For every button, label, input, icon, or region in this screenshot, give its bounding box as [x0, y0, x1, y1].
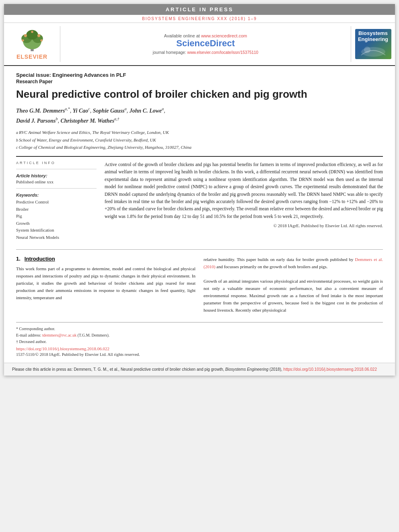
abstract-text: Active control of the growth of broiler …: [105, 161, 383, 220]
intro-left: 1. Introduction This work forms part of …: [16, 256, 195, 314]
email-note: E-mail address: tdemmers@rvc.ac.uk (T.G.…: [16, 332, 383, 339]
author-3: Sophie Gaussa,: [93, 108, 130, 114]
affiliation-a: a RVC Animal Welfare Science and Ethics,…: [16, 129, 383, 136]
section-title-text: Introduction: [25, 256, 55, 262]
research-paper-label: Research Paper: [16, 79, 383, 84]
svg-point-6: [37, 34, 40, 37]
corresponding-author-note: * Corresponding author.: [16, 326, 383, 332]
info-divider-mid: [16, 188, 97, 189]
elsevier-label: ELSEVIER: [16, 53, 47, 60]
article-info-title: ARTICLE INFO: [16, 161, 97, 165]
main-content: Special issue: Engineering Advances in P…: [4, 66, 395, 363]
biosystems-logo-box: Biosystems Engineering: [355, 29, 391, 59]
keyword-1: Predictive Control: [16, 199, 97, 206]
article-info: ARTICLE INFO Article history: Published …: [16, 161, 97, 241]
article-title: Neural predictive control of broiler chi…: [16, 88, 383, 101]
author-2: Yi Caoc,: [73, 108, 93, 114]
citation-text: Please cite this article in press as: De…: [12, 367, 377, 372]
author-1: Theo G.M. Demmersa,*,: [16, 108, 73, 114]
keywords-title: Keywords:: [16, 193, 97, 197]
introduction-area: 1. Introduction This work forms part of …: [16, 249, 383, 314]
top-header: ELSEVIER Available online at www.science…: [4, 23, 395, 66]
keywords-list: Predictive Control Broiler Pig Growth Sy…: [16, 199, 97, 241]
intro-right-para2: Growth of an animal integrates various p…: [204, 277, 383, 314]
svg-point-11: [364, 47, 370, 53]
sciencedirect-logo: ScienceDirect: [176, 38, 235, 49]
affiliations: a RVC Animal Welfare Science and Ethics,…: [16, 129, 383, 151]
authors: Theo G.M. Demmersa,*, Yi Caoc, Sophie Ga…: [16, 106, 383, 125]
svg-point-9: [40, 39, 43, 42]
svg-point-8: [22, 39, 24, 42]
elsevier-tree-icon: [16, 28, 48, 52]
citation-journal: Biosystems Engineering: [225, 367, 268, 372]
svg-point-5: [24, 34, 27, 37]
special-issue-label: Special issue: Engineering Advances in P…: [16, 72, 383, 78]
email-link[interactable]: tdemmers@rvc.ac.uk: [42, 333, 76, 337]
abstract-area: Active control of the growth of broiler …: [105, 161, 383, 241]
biosystems-logo-area: Biosystems Engineering: [351, 26, 395, 62]
intro-right: relative humidity. This paper builds on …: [204, 256, 383, 314]
article-in-press-banner: ARTICLE IN PRESS: [4, 4, 395, 15]
doi-link[interactable]: https://doi.org/10.1016/j.biosystemseng.…: [16, 346, 383, 351]
intro-right-text: relative humidity. This paper builds on …: [204, 256, 383, 270]
journal-line: BIOSYSTEMS ENGINEERING XXX (2018) 1–9: [4, 15, 395, 23]
keyword-6: Neural Network Models: [16, 234, 97, 241]
section-num: 1.: [16, 256, 21, 262]
journal-line-text: BIOSYSTEMS ENGINEERING XXX (2018) 1–9: [142, 16, 257, 21]
author-4: John C. Lowea,: [130, 108, 165, 114]
biosystems-logo-line1: Biosystems: [358, 30, 388, 36]
elsevier-logo-area: ELSEVIER: [4, 26, 60, 62]
footer-issn: 1537-5110/© 2018 IAgrE. Published by Els…: [16, 352, 383, 357]
deceased-note: † Deceased author.: [16, 339, 383, 345]
page: ARTICLE IN PRESS BIOSYSTEMS ENGINEERING …: [4, 4, 395, 376]
center-header: Available online at www.sciencedirect.co…: [60, 26, 351, 62]
keyword-2: Broiler: [16, 206, 97, 213]
banner-text: ARTICLE IN PRESS: [166, 6, 234, 12]
homepage-link[interactable]: www.elsevier.com/locate/issn/15375110: [187, 50, 258, 55]
keyword-4: Growth: [16, 220, 97, 227]
intro-left-text: This work forms part of a programme to d…: [16, 265, 195, 302]
section-title-block: 1. Introduction: [16, 256, 195, 262]
info-divider-top: [16, 169, 97, 169]
available-online: Available online at www.sciencedirect.co…: [164, 33, 247, 38]
affiliation-b: b School of Water, Energy and Environmen…: [16, 136, 383, 144]
affiliation-c: c College of Chemical and Biological Eng…: [16, 144, 383, 151]
citation-box: Please cite this article in press as: De…: [4, 363, 395, 376]
article-body: ARTICLE INFO Article history: Published …: [16, 161, 383, 241]
footer-notes: * Corresponding author. E-mail address: …: [16, 322, 383, 359]
journal-homepage: journal homepage: www.elsevier.com/locat…: [153, 50, 258, 55]
copyright-line: © 2018 IAgrE. Published by Elsevier Ltd.…: [105, 223, 383, 228]
thick-divider: [16, 156, 383, 157]
citation-doi-link[interactable]: https://doi.org/10.1016/j.biosystemseng.…: [284, 367, 377, 372]
keyword-3: Pig: [16, 213, 97, 220]
article-history-label: Article history:: [16, 173, 97, 178]
keyword-5: System Identification: [16, 227, 97, 234]
published-value: Published online xxx: [16, 179, 97, 184]
svg-point-7: [31, 31, 33, 33]
biosystems-visual-icon: [359, 44, 387, 58]
author-5: David J. Parsonsb,: [16, 118, 60, 124]
sciencedirect-url[interactable]: www.sciencedirect.com: [201, 33, 247, 38]
biosystems-logo-line2: Engineering: [358, 36, 388, 42]
author-6: Christopher M. Wathesa,†: [60, 118, 119, 124]
